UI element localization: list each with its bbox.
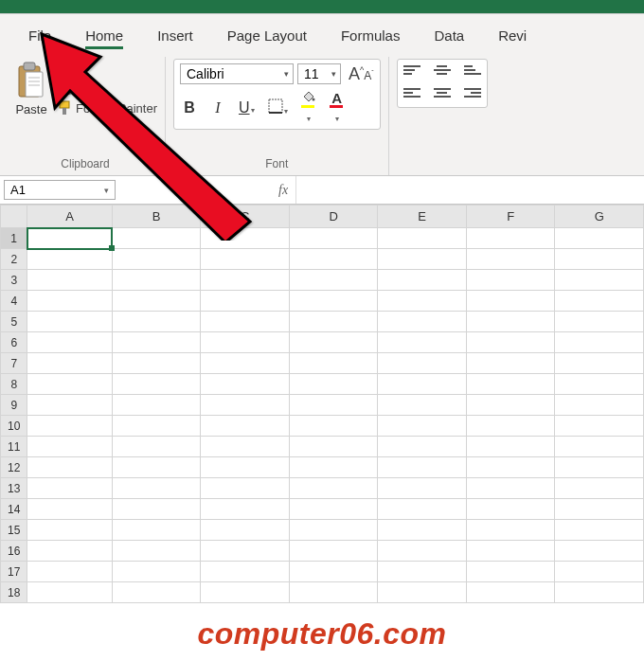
cell[interactable] — [378, 332, 467, 353]
cell[interactable] — [112, 541, 201, 562]
cell[interactable] — [27, 270, 112, 291]
align-bottom-button[interactable] — [464, 65, 481, 79]
cell[interactable] — [289, 582, 378, 603]
paste-button[interactable]: Paste — [13, 59, 49, 118]
tab-home[interactable]: Home — [68, 22, 140, 53]
cell[interactable] — [112, 332, 201, 353]
cell[interactable] — [289, 499, 378, 520]
cell[interactable] — [555, 582, 644, 603]
cell[interactable] — [378, 291, 467, 312]
tab-formulas[interactable]: Formulas — [324, 22, 418, 53]
cell[interactable] — [466, 520, 555, 541]
row-header-2[interactable]: 2 — [1, 249, 27, 270]
cell[interactable] — [112, 228, 201, 249]
cell[interactable] — [555, 520, 644, 541]
cell[interactable] — [112, 312, 201, 332]
row-header-3[interactable]: 3 — [1, 270, 27, 291]
row-header-15[interactable]: 15 — [1, 520, 27, 541]
cell[interactable] — [466, 249, 555, 270]
tab-page-layout[interactable]: Page Layout — [210, 22, 324, 53]
cell[interactable] — [289, 291, 378, 312]
cell[interactable] — [378, 270, 467, 291]
copy-button[interactable] — [57, 80, 157, 95]
cell[interactable] — [201, 291, 290, 312]
cell[interactable] — [112, 499, 201, 520]
cell[interactable] — [555, 353, 644, 374]
cell[interactable] — [289, 312, 378, 332]
cell[interactable] — [378, 520, 467, 541]
cell[interactable] — [555, 541, 644, 562]
cell[interactable] — [378, 437, 467, 457]
cell[interactable] — [378, 353, 467, 374]
cell[interactable] — [201, 499, 290, 520]
cell[interactable] — [378, 228, 467, 249]
cell[interactable] — [27, 478, 112, 499]
row-header-10[interactable]: 10 — [1, 416, 27, 437]
row-header-9[interactable]: 9 — [1, 395, 27, 416]
cell[interactable] — [112, 249, 201, 270]
cell[interactable] — [555, 291, 644, 312]
column-header-B[interactable]: B — [112, 205, 201, 228]
cell[interactable] — [27, 353, 112, 374]
row-header-18[interactable]: 18 — [1, 582, 27, 603]
cut-button[interactable] — [57, 59, 157, 74]
cell[interactable] — [466, 332, 555, 353]
cell[interactable] — [466, 541, 555, 562]
cell[interactable] — [27, 291, 112, 312]
cell[interactable] — [201, 478, 290, 499]
cell[interactable] — [289, 562, 378, 582]
cell[interactable] — [201, 416, 290, 437]
cell[interactable] — [466, 374, 555, 395]
cell[interactable] — [289, 395, 378, 416]
cell[interactable] — [27, 312, 112, 332]
font-color-button[interactable]: A ▾ — [330, 90, 345, 125]
formula-bar[interactable] — [295, 176, 644, 204]
cell[interactable] — [466, 291, 555, 312]
cell[interactable] — [201, 228, 290, 249]
italic-button[interactable]: I — [210, 99, 225, 116]
cell[interactable] — [27, 332, 112, 353]
cell[interactable] — [466, 582, 555, 603]
align-right-button[interactable] — [464, 88, 481, 101]
cell[interactable] — [112, 374, 201, 395]
cell[interactable] — [27, 499, 112, 520]
cell[interactable] — [201, 541, 290, 562]
cell[interactable] — [27, 374, 112, 395]
cell[interactable] — [466, 437, 555, 457]
align-center-button[interactable] — [434, 88, 451, 101]
cell[interactable] — [27, 582, 112, 603]
font-size-select[interactable]: 11 ▾ — [297, 63, 341, 84]
select-all-corner[interactable] — [1, 205, 27, 228]
name-box[interactable]: A1 ▾ — [4, 180, 116, 200]
cell[interactable] — [201, 395, 290, 416]
column-header-F[interactable]: F — [466, 205, 555, 228]
font-name-select[interactable]: Calibri ▾ — [180, 63, 294, 84]
cell[interactable] — [289, 270, 378, 291]
row-header-6[interactable]: 6 — [1, 332, 27, 353]
cell[interactable] — [289, 416, 378, 437]
cell[interactable] — [466, 478, 555, 499]
cell[interactable] — [201, 457, 290, 478]
cell[interactable] — [27, 395, 112, 416]
cell[interactable] — [112, 395, 201, 416]
cell[interactable] — [555, 228, 644, 249]
cell[interactable] — [466, 270, 555, 291]
cell[interactable] — [378, 416, 467, 437]
increase-font-button[interactable]: A^ — [349, 64, 364, 84]
cell[interactable] — [466, 457, 555, 478]
cell[interactable] — [466, 499, 555, 520]
cell[interactable] — [201, 249, 290, 270]
cell[interactable] — [112, 582, 201, 603]
row-header-17[interactable]: 17 — [1, 562, 27, 582]
cell[interactable] — [555, 562, 644, 582]
underline-button[interactable]: U▾ — [239, 99, 255, 116]
tab-review[interactable]: Revi — [481, 22, 544, 53]
cell[interactable] — [466, 228, 555, 249]
cell[interactable] — [289, 437, 378, 457]
align-middle-button[interactable] — [434, 65, 451, 79]
cell[interactable] — [112, 291, 201, 312]
cell[interactable] — [378, 499, 467, 520]
tab-insert[interactable]: Insert — [140, 22, 210, 53]
cell[interactable] — [289, 541, 378, 562]
column-header-E[interactable]: E — [378, 205, 467, 228]
